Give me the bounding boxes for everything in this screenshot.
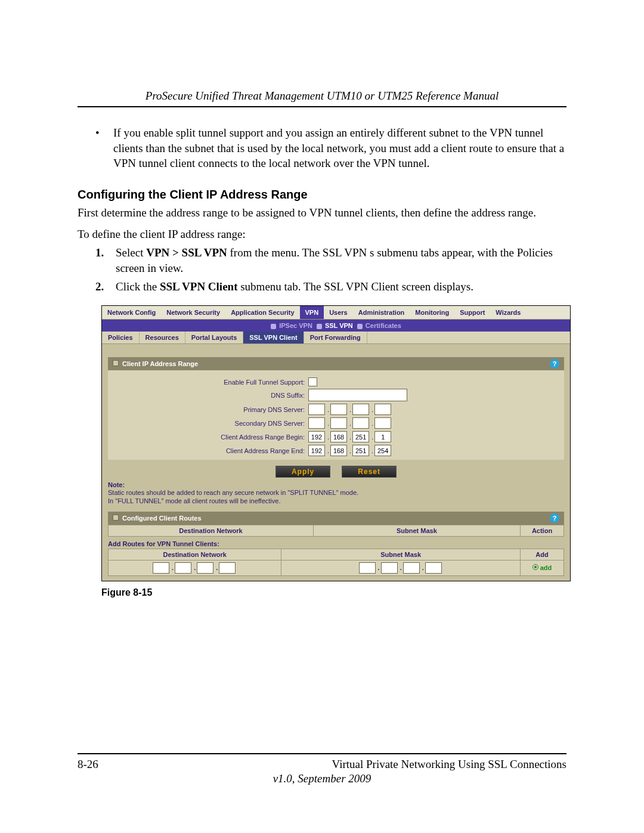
note-line: Static routes should be added to reach a… <box>108 488 564 497</box>
section-bar-client-ip: Client IP Address Range ? <box>108 357 564 370</box>
nav-application-security[interactable]: Application Security <box>225 306 299 319</box>
dns-suffix-input[interactable] <box>308 389 407 401</box>
col-subnet-mask: Subnet Mask <box>313 525 520 536</box>
pdns-oct3[interactable] <box>352 404 369 415</box>
dest-oct1[interactable] <box>153 562 169 574</box>
subnav-sslvpn[interactable]: SSL VPN <box>325 322 353 329</box>
add-routes-table: Destination Network Subnet Mask Add . . … <box>108 549 564 576</box>
label-range-begin: Client Address Range Begin: <box>114 433 308 441</box>
label-range-end: Client Address Range End: <box>114 447 308 454</box>
add-icon <box>532 564 538 570</box>
begin-oct2[interactable] <box>330 431 347 442</box>
range-begin-octets: . . . <box>308 431 392 442</box>
end-oct1[interactable] <box>308 445 325 456</box>
add-route-row: . . . . . . <box>109 560 564 575</box>
primary-dns-octets: . . . <box>308 404 392 415</box>
begin-oct3[interactable] <box>352 431 369 442</box>
sdns-oct1[interactable] <box>308 417 325 429</box>
pdns-oct1[interactable] <box>308 404 325 415</box>
nav-support[interactable]: Support <box>454 306 490 319</box>
bullet-icon <box>317 324 322 329</box>
nav-wizards[interactable]: Wizards <box>490 306 526 319</box>
begin-oct1[interactable] <box>308 431 325 442</box>
full-tunnel-checkbox[interactable] <box>308 377 317 386</box>
note-line: In "FULL TUNNEL" mode all client routes … <box>108 497 564 505</box>
footer-rule <box>78 753 566 754</box>
pdns-oct2[interactable] <box>330 404 347 415</box>
sdns-oct4[interactable] <box>374 417 391 429</box>
nav-network-config[interactable]: Network Config <box>102 306 161 319</box>
paragraph: First determine the address range to be … <box>78 205 566 221</box>
nav-monitoring[interactable]: Monitoring <box>410 306 454 319</box>
mask-oct2[interactable] <box>381 562 398 574</box>
nav-users[interactable]: Users <box>324 306 353 319</box>
range-end-octets: . . . <box>308 445 392 456</box>
sdns-oct2[interactable] <box>330 417 347 429</box>
running-header: ProSecure Unified Threat Management UTM1… <box>78 89 566 103</box>
step-2: Click the SSL VPN Client submenu tab. Th… <box>95 279 566 295</box>
top-nav: Network Config Network Security Applicat… <box>102 306 570 320</box>
dest-oct3[interactable] <box>197 562 213 574</box>
section-bar-configured-routes: Configured Client Routes ? <box>108 512 564 525</box>
figure: Network Config Network Security Applicat… <box>101 305 569 598</box>
sub-tabs: Policies Resources Portal Layouts SSL VP… <box>102 332 570 344</box>
label-dns-suffix: DNS Suffix: <box>114 392 308 399</box>
tab-portal-layouts[interactable]: Portal Layouts <box>185 332 243 343</box>
paragraph: To define the client IP address range: <box>78 227 566 242</box>
app-screenshot: Network Config Network Security Applicat… <box>101 305 571 581</box>
form-area: Enable Full Tunnel Support: DNS Suffix: … <box>108 370 564 460</box>
bullet-icon <box>357 324 363 329</box>
mask-oct1[interactable] <box>359 562 376 574</box>
tab-resources[interactable]: Resources <box>140 332 185 343</box>
dest-oct2[interactable] <box>175 562 191 574</box>
section-heading: Configuring the Client IP Address Range <box>78 188 566 202</box>
help-icon[interactable]: ? <box>550 513 559 523</box>
subnav-ipsec[interactable]: IPSec VPN <box>279 322 312 329</box>
addcol-destination: Destination Network <box>109 549 281 560</box>
col-destination: Destination Network <box>109 525 314 536</box>
addcol-subnet-mask: Subnet Mask <box>281 549 521 560</box>
figure-caption: Figure 8-15 <box>101 587 569 598</box>
tab-policies[interactable]: Policies <box>102 332 140 343</box>
bullet-list: If you enable split tunnel support and y… <box>95 125 566 171</box>
chapter-title: Virtual Private Networking Using SSL Con… <box>332 758 566 771</box>
help-icon[interactable]: ? <box>550 359 559 368</box>
secondary-dns-octets: . . . <box>308 417 392 429</box>
tab-sslvpn-client[interactable]: SSL VPN Client <box>243 332 304 343</box>
end-oct2[interactable] <box>330 445 347 456</box>
subnav-certificates[interactable]: Certificates <box>366 322 401 329</box>
collapse-icon[interactable] <box>113 360 119 366</box>
reset-button[interactable]: Reset <box>342 466 397 478</box>
version-line: v1.0, September 2009 <box>78 772 566 785</box>
sdns-oct3[interactable] <box>352 417 369 429</box>
apply-button[interactable]: Apply <box>275 466 330 478</box>
end-oct4[interactable] <box>374 445 391 456</box>
header-rule <box>78 106 566 107</box>
nav-network-security[interactable]: Network Security <box>161 306 225 319</box>
add-routes-heading: Add Routes for VPN Tunnel Clients: <box>108 540 564 547</box>
routes-table: Destination Network Subnet Mask Action <box>108 525 564 537</box>
footer: 8-26 Virtual Private Networking Using SS… <box>78 735 566 785</box>
pdns-oct4[interactable] <box>374 404 391 415</box>
col-action: Action <box>521 525 564 536</box>
step-1: Select VPN > SSL VPN from the menu. The … <box>95 245 566 275</box>
button-row: Apply Reset <box>108 466 564 478</box>
mask-oct4[interactable] <box>425 562 442 574</box>
bullet-item: If you enable split tunnel support and y… <box>95 125 566 171</box>
mask-oct3[interactable] <box>403 562 420 574</box>
addcol-add: Add <box>521 549 564 560</box>
add-button[interactable]: add <box>532 564 552 571</box>
label-primary-dns: Primary DNS Server: <box>114 406 308 413</box>
sub-nav: IPSec VPN SSL VPN Certificates <box>102 320 570 332</box>
ordered-steps: Select VPN > SSL VPN from the menu. The … <box>95 245 566 295</box>
nav-administration[interactable]: Administration <box>353 306 410 319</box>
page: ProSecure Unified Threat Management UTM1… <box>0 0 644 833</box>
label-secondary-dns: Secondary DNS Server: <box>114 420 308 427</box>
collapse-icon[interactable] <box>113 515 119 521</box>
dest-oct4[interactable] <box>219 562 236 574</box>
tab-port-forwarding[interactable]: Port Forwarding <box>304 332 367 343</box>
label-full-tunnel: Enable Full Tunnel Support: <box>114 379 308 386</box>
nav-vpn[interactable]: VPN <box>300 306 324 319</box>
end-oct3[interactable] <box>352 445 369 456</box>
begin-oct4[interactable] <box>374 431 391 442</box>
